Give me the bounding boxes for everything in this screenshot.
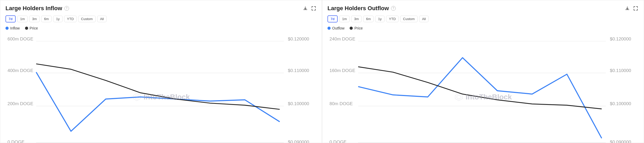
- panel-actions-outflow: [624, 5, 639, 11]
- panel-actions-inflow: [302, 5, 317, 11]
- svg-text:$0.120000: $0.120000: [288, 36, 309, 41]
- filter-6m-inflow[interactable]: 6m: [41, 16, 52, 22]
- svg-text:$0.110000: $0.110000: [288, 68, 309, 73]
- filter-ytd-outflow[interactable]: YTD: [386, 16, 399, 22]
- legend-label-price-outflow: Price: [354, 26, 363, 30]
- filter-custom-outflow[interactable]: Custom: [400, 16, 418, 22]
- filter-3m-inflow[interactable]: 3m: [29, 16, 40, 22]
- time-filters-inflow: 7d 1m 3m 6m 1y YTD Custom All: [5, 15, 317, 22]
- svg-text:240m DOGE: 240m DOGE: [330, 36, 355, 41]
- expand-icon-inflow[interactable]: [311, 5, 317, 11]
- legend-outflow: Outflow Price: [327, 26, 639, 30]
- help-icon-inflow[interactable]: ?: [64, 6, 69, 11]
- svg-text:0 DOGE: 0 DOGE: [330, 139, 346, 143]
- title-group-inflow: Large Holders Inflow ?: [5, 5, 69, 12]
- filter-3m-outflow[interactable]: 3m: [351, 16, 362, 22]
- download-icon-outflow[interactable]: [624, 5, 630, 11]
- svg-text:80m DOGE: 80m DOGE: [330, 101, 353, 106]
- svg-text:400m DOGE: 400m DOGE: [8, 68, 33, 73]
- svg-text:$0.100000: $0.100000: [288, 101, 309, 106]
- legend-item-inflow: Inflow: [5, 26, 20, 30]
- legend-label-inflow: Inflow: [10, 26, 20, 30]
- svg-text:$0.090000: $0.090000: [610, 139, 631, 143]
- svg-text:600m DOGE: 600m DOGE: [8, 36, 33, 41]
- svg-text:$0.110000: $0.110000: [610, 68, 631, 73]
- title-group-outflow: Large Holders Outflow ?: [327, 5, 396, 12]
- filter-all-outflow[interactable]: All: [419, 16, 429, 22]
- svg-text:200m DOGE: 200m DOGE: [8, 101, 33, 106]
- panel-title-outflow: Large Holders Outflow: [327, 5, 389, 12]
- legend-item-price-inflow: Price: [25, 26, 38, 30]
- panel-header-outflow: Large Holders Outflow ?: [327, 5, 639, 12]
- filter-1m-outflow[interactable]: 1m: [339, 16, 350, 22]
- chart-svg-outflow: 240m DOGE 160m DOGE 80m DOGE 0 DOGE $0.1…: [327, 33, 639, 143]
- legend-dot-price-outflow: [350, 27, 353, 30]
- svg-text:160m DOGE: 160m DOGE: [330, 68, 355, 73]
- legend-dot-price-inflow: [25, 27, 28, 30]
- legend-item-price-outflow: Price: [350, 26, 363, 30]
- chart-area-outflow: IntoTheBlock 240m DOGE 160m DOGE 80m DOG…: [327, 33, 639, 143]
- filter-custom-inflow[interactable]: Custom: [78, 16, 96, 22]
- legend-inflow: Inflow Price: [5, 26, 317, 30]
- svg-text:$0.100000: $0.100000: [610, 101, 631, 106]
- filter-1m-inflow[interactable]: 1m: [17, 16, 28, 22]
- time-filters-outflow: 7d 1m 3m 6m 1y YTD Custom All: [327, 15, 639, 22]
- legend-dot-outflow: [327, 27, 331, 30]
- outflow-panel: Large Holders Outflow ? 7d 1m 3m 6m 1y Y…: [322, 0, 644, 143]
- expand-icon-outflow[interactable]: [633, 5, 639, 11]
- filter-1y-inflow[interactable]: 1y: [53, 16, 63, 22]
- chart-area-inflow: IntoTheBlock 600m DOGE 400m DOGE 200m DO…: [5, 33, 317, 143]
- legend-dot-inflow: [5, 27, 9, 30]
- filter-ytd-inflow[interactable]: YTD: [64, 16, 77, 22]
- filter-1y-outflow[interactable]: 1y: [375, 16, 385, 22]
- chart-svg-inflow: 600m DOGE 400m DOGE 200m DOGE 0 DOGE $0.…: [5, 33, 317, 143]
- help-icon-outflow[interactable]: ?: [391, 6, 396, 11]
- filter-6m-outflow[interactable]: 6m: [363, 16, 374, 22]
- svg-text:$0.090000: $0.090000: [288, 139, 309, 143]
- filter-7d-outflow[interactable]: 7d: [327, 15, 338, 22]
- download-icon-inflow[interactable]: [302, 5, 308, 11]
- filter-all-inflow[interactable]: All: [97, 16, 107, 22]
- legend-label-price-inflow: Price: [30, 26, 38, 30]
- svg-text:$0.120000: $0.120000: [610, 36, 631, 41]
- inflow-panel: Large Holders Inflow ? 7d 1m 3m 6m 1y YT…: [0, 0, 322, 143]
- panel-title-inflow: Large Holders Inflow: [5, 5, 62, 12]
- svg-text:0 DOGE: 0 DOGE: [8, 139, 24, 143]
- panel-header-inflow: Large Holders Inflow ?: [5, 5, 317, 12]
- legend-label-outflow: Outflow: [332, 26, 344, 30]
- legend-item-outflow: Outflow: [327, 26, 344, 30]
- filter-7d-inflow[interactable]: 7d: [5, 15, 16, 22]
